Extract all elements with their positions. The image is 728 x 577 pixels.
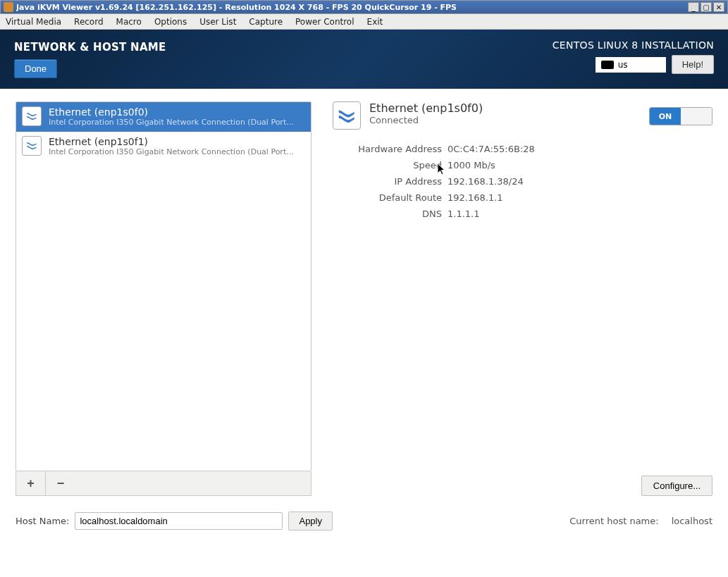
ethernet-icon: [333, 101, 361, 130]
content-area: Ethernet (enp1s0f0) Intel Corporation I3…: [1, 89, 727, 576]
toggle-knob: [681, 108, 712, 125]
nic-item-enp1s0f0[interactable]: Ethernet (enp1s0f0) Intel Corporation I3…: [16, 102, 311, 132]
menu-user-list[interactable]: User List: [199, 17, 236, 27]
nic-list: Ethernet (enp1s0f0) Intel Corporation I3…: [16, 101, 311, 471]
menu-power-control[interactable]: Power Control: [295, 17, 354, 27]
distro-label: CENTOS LINUX 8 INSTALLATION: [553, 39, 714, 51]
detail-nic-status: Connected: [369, 115, 483, 125]
help-button[interactable]: Help!: [672, 55, 714, 74]
nic-subtitle: Intel Corporation I350 Gigabit Network C…: [49, 118, 295, 127]
hwaddr-value: 0C:C4:7A:55:6B:28: [448, 144, 712, 154]
nic-name: Ethernet (enp1s0f0): [49, 106, 295, 118]
nic-item-enp1s0f1[interactable]: Ethernet (enp1s0f1) Intel Corporation I3…: [16, 132, 311, 161]
route-value: 192.168.1.1: [448, 192, 712, 203]
current-hostname-label: Current host name:: [569, 516, 658, 526]
speed-label: Speed: [333, 160, 442, 170]
detail-nic-title: Ethernet (enp1s0f0): [369, 101, 483, 115]
hostname-row: Host Name: Apply Current host name: loca…: [16, 511, 712, 531]
java-icon: [4, 2, 13, 12]
ethernet-icon: [22, 136, 42, 156]
close-button[interactable]: ✕: [713, 2, 724, 12]
page-title: NETWORK & HOST NAME: [14, 41, 166, 54]
menu-exit[interactable]: Exit: [367, 17, 383, 27]
ethernet-icon: [22, 106, 42, 126]
window-title: Java iKVM Viewer v1.69.24 [162.251.162.1…: [16, 3, 688, 12]
menu-options[interactable]: Options: [154, 17, 187, 27]
menu-capture[interactable]: Capture: [249, 17, 283, 27]
add-nic-button[interactable]: +: [16, 471, 46, 495]
current-hostname-value: localhost: [672, 516, 712, 526]
ip-value: 192.168.1.38/24: [448, 176, 712, 187]
kvm-menubar: Virtual Media Record Macro Options User …: [0, 14, 728, 30]
menu-virtual-media[interactable]: Virtual Media: [6, 17, 61, 27]
installer-header: NETWORK & HOST NAME Done CENTOS LINUX 8 …: [0, 30, 728, 89]
maximize-button[interactable]: ▢: [701, 2, 712, 12]
dns-label: DNS: [333, 209, 442, 219]
keyboard-icon: [601, 61, 614, 69]
nic-left-pane: Ethernet (enp1s0f0) Intel Corporation I3…: [16, 101, 311, 496]
menu-record[interactable]: Record: [74, 17, 103, 27]
hostname-label: Host Name:: [16, 516, 69, 526]
nic-properties: Hardware Address 0C:C4:7A:55:6B:28 Speed…: [333, 144, 712, 219]
done-button[interactable]: Done: [14, 59, 57, 78]
toggle-on-label: ON: [650, 108, 681, 125]
nic-list-toolbar: + −: [16, 471, 311, 496]
window-titlebar: Java iKVM Viewer v1.69.24 [162.251.162.1…: [0, 0, 728, 14]
configure-button[interactable]: Configure...: [641, 476, 712, 496]
nic-name: Ethernet (enp1s0f1): [49, 136, 295, 147]
route-label: Default Route: [333, 192, 442, 203]
hwaddr-label: Hardware Address: [333, 144, 442, 154]
keyboard-layout-label: us: [618, 60, 628, 70]
hostname-input[interactable]: [75, 512, 283, 530]
window-controls: _ ▢ ✕: [688, 2, 724, 12]
nic-detail-pane: Ethernet (enp1s0f0) Connected ON Hardwar…: [333, 101, 712, 496]
apply-hostname-button[interactable]: Apply: [288, 511, 333, 531]
speed-value: 1000 Mb/s: [448, 160, 712, 170]
remove-nic-button[interactable]: −: [46, 471, 75, 495]
connection-toggle[interactable]: ON: [649, 107, 712, 125]
dns-value: 1.1.1.1: [448, 209, 712, 219]
minimize-button[interactable]: _: [688, 2, 699, 12]
nic-subtitle: Intel Corporation I350 Gigabit Network C…: [49, 147, 295, 156]
keyboard-indicator[interactable]: us: [596, 57, 666, 73]
ip-label: IP Address: [333, 176, 442, 187]
menu-macro[interactable]: Macro: [116, 17, 142, 27]
